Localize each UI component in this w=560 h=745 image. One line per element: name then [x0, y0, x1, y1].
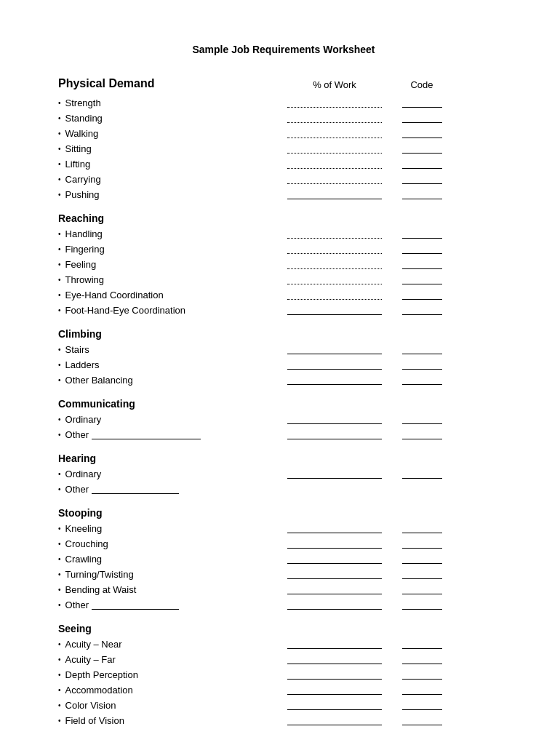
code-field[interactable] — [402, 128, 442, 138]
code-field[interactable] — [402, 654, 442, 664]
page-title: Sample Job Requirements Worksheet — [58, 44, 509, 55]
section-title-communicating: Communicating — [58, 398, 509, 410]
pct-field[interactable] — [287, 174, 382, 184]
pct-field[interactable] — [287, 599, 382, 610]
code-field[interactable] — [402, 259, 442, 269]
section-hearing: Hearing •Ordinary • Other — [58, 453, 509, 495]
other-comm-blank[interactable] — [92, 429, 201, 439]
pct-field[interactable] — [287, 305, 382, 315]
code-field[interactable] — [402, 429, 442, 439]
code-field[interactable] — [402, 599, 442, 610]
list-item: •Accommodation — [58, 683, 509, 696]
section-communicating: Communicating •Ordinary • Other — [58, 398, 509, 441]
pct-field[interactable] — [287, 414, 382, 424]
section-seeing: Seeing •Acuity – Near •Acuity – Far •Dep… — [58, 623, 509, 727]
list-item: •Bending at Waist — [58, 583, 509, 596]
bullet-icon: • — [58, 470, 61, 478]
pct-field[interactable] — [287, 584, 382, 594]
code-field[interactable] — [402, 159, 442, 169]
pct-field[interactable] — [287, 523, 382, 533]
pct-field[interactable] — [287, 639, 382, 649]
code-field[interactable] — [402, 554, 442, 564]
code-field[interactable] — [402, 113, 442, 123]
pct-field[interactable] — [287, 128, 382, 138]
code-field[interactable] — [402, 584, 442, 594]
code-field[interactable] — [402, 523, 442, 533]
section-stooping: Stooping •Kneeling •Crouching •Crawling … — [58, 507, 509, 611]
item-label-text: Feeling — [65, 259, 97, 270]
list-item: •Foot-Hand-Eye Coordination — [58, 303, 509, 316]
list-item: •Fingering — [58, 242, 509, 255]
code-field[interactable] — [402, 97, 442, 108]
pct-field[interactable] — [287, 228, 382, 239]
pct-field[interactable] — [287, 244, 382, 254]
item-label-text: Crawling — [65, 554, 103, 565]
code-field[interactable] — [402, 569, 442, 579]
section-title-hearing: Hearing — [58, 453, 509, 464]
pct-field[interactable] — [287, 113, 382, 123]
code-field[interactable] — [402, 414, 442, 424]
code-field[interactable] — [402, 344, 442, 354]
code-field[interactable] — [402, 244, 442, 254]
pct-field[interactable] — [287, 429, 382, 439]
pct-field[interactable] — [287, 344, 382, 354]
list-item: • Other — [58, 598, 509, 611]
list-item: •Crawling — [58, 552, 509, 565]
item-label-text: Fingering — [65, 244, 105, 255]
list-item: •Feeling — [58, 258, 509, 271]
section-title-stooping: Stooping — [58, 507, 509, 519]
item-label-text: Turning/Twisting — [65, 569, 134, 580]
code-field[interactable] — [402, 174, 442, 184]
item-label-text: Ordinary — [65, 414, 102, 425]
pct-field[interactable] — [287, 143, 382, 154]
item-label-text: Pushing — [65, 189, 100, 200]
pct-field[interactable] — [287, 669, 382, 680]
other-hearing-blank[interactable] — [92, 484, 179, 494]
code-field[interactable] — [402, 685, 442, 695]
pct-field[interactable] — [287, 469, 382, 479]
other-stooping-blank[interactable] — [92, 599, 179, 610]
list-item: •Stairs — [58, 343, 509, 356]
pct-field[interactable] — [287, 715, 382, 725]
pct-field[interactable] — [287, 274, 382, 284]
code-field[interactable] — [402, 359, 442, 370]
code-field[interactable] — [402, 669, 442, 680]
pct-field[interactable] — [287, 290, 382, 300]
pct-field[interactable] — [287, 538, 382, 549]
pct-field[interactable] — [287, 685, 382, 695]
pct-field[interactable] — [287, 259, 382, 269]
pct-field[interactable] — [287, 654, 382, 664]
physical-demand-header: Physical Demand — [58, 77, 276, 90]
code-field[interactable] — [402, 639, 442, 649]
list-item: •Crouching — [58, 537, 509, 550]
bullet-icon: • — [58, 245, 61, 253]
code-field[interactable] — [402, 274, 442, 284]
pct-field[interactable] — [287, 569, 382, 579]
code-field[interactable] — [402, 715, 442, 725]
pct-field[interactable] — [287, 189, 382, 199]
pct-field[interactable] — [287, 700, 382, 710]
code-field[interactable] — [402, 189, 442, 199]
list-item: •Sitting — [58, 142, 509, 155]
item-label-text: Other — [65, 484, 180, 495]
code-field[interactable] — [402, 143, 442, 154]
code-field[interactable] — [402, 305, 442, 315]
code-field[interactable] — [402, 228, 442, 239]
bullet-icon: • — [58, 717, 61, 725]
pct-field[interactable] — [287, 375, 382, 385]
code-field[interactable] — [402, 700, 442, 710]
pct-field[interactable] — [287, 554, 382, 564]
section-title-reaching: Reaching — [58, 212, 509, 224]
pct-field[interactable] — [287, 159, 382, 169]
item-label-text: Depth Perception — [65, 669, 138, 680]
bullet-icon: • — [58, 276, 61, 284]
pct-field[interactable] — [287, 97, 382, 108]
code-field[interactable] — [402, 290, 442, 300]
pct-field[interactable] — [287, 359, 382, 370]
code-field[interactable] — [402, 469, 442, 479]
code-field[interactable] — [402, 375, 442, 385]
code-field[interactable] — [402, 538, 442, 549]
bullet-icon: • — [58, 175, 61, 183]
list-item: •Depth Perception — [58, 668, 509, 681]
bullet-icon: • — [58, 260, 61, 268]
